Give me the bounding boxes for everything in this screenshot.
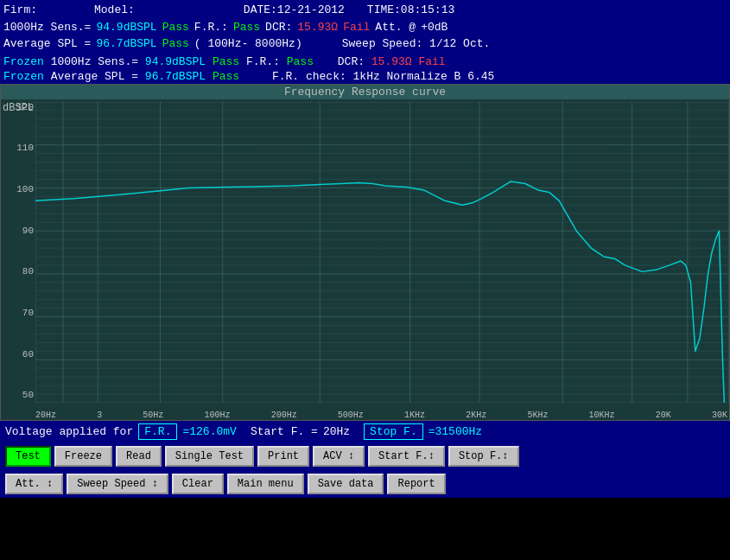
- header-section: Firm: Model: DATE:12-21-2012 TIME:08:15:…: [0, 0, 730, 54]
- fr-pass: Pass: [233, 19, 260, 36]
- start-f-label: Start F. =: [251, 425, 318, 438]
- single-test-button[interactable]: Single Test: [165, 446, 254, 467]
- att-button[interactable]: Att. ↕: [5, 474, 63, 494]
- firm-label: Firm:: [3, 2, 37, 19]
- frozen-row1: Frozen 1000Hz Sens.= 94.9dBSPL Pass F.R.…: [0, 54, 730, 69]
- test-button[interactable]: Test: [5, 446, 51, 467]
- x-axis-labels: 20Hz 3 50Hz 100Hz 200Hz 500Hz 1KHz 2KHz …: [35, 410, 727, 420]
- x-label-10khz: 10KHz: [589, 410, 615, 420]
- fr-box: F.R.: [138, 423, 177, 440]
- header-row2: 1000Hz Sens.= 94.9dBSPL Pass F.R.: Pass …: [3, 19, 727, 36]
- x-label-1khz: 1KHz: [404, 410, 425, 420]
- stop-f-button[interactable]: Stop F.↕: [448, 446, 519, 467]
- voltage-label: Voltage applied for: [5, 425, 133, 438]
- x-label-5khz: 5KHz: [527, 410, 548, 420]
- clear-button[interactable]: Clear: [172, 474, 224, 494]
- b-val: B 6.45: [454, 70, 495, 83]
- report-button[interactable]: Report: [387, 474, 445, 494]
- frozen-sens: 1000Hz Sens.=: [51, 55, 138, 68]
- sweep-speed-button[interactable]: Sweep Speed ↕: [67, 474, 168, 494]
- frozen-dcr-val: 15.93Ω: [371, 55, 412, 68]
- start-f-val: 20Hz: [323, 425, 350, 438]
- frozen-sens-val: 94.9dBSPL: [145, 55, 206, 68]
- save-data-button[interactable]: Save data: [308, 474, 384, 494]
- stop-f-val: =31500Hz: [428, 425, 482, 438]
- print-button[interactable]: Print: [257, 446, 309, 467]
- fr-val: =126.0mV: [182, 425, 236, 438]
- dcr-val: 15.93Ω: [297, 19, 338, 36]
- x-label-500hz: 500Hz: [338, 410, 364, 420]
- frozen-fr-pass: Pass: [287, 55, 314, 68]
- y-label-100: 100: [3, 184, 35, 194]
- acv-button[interactable]: ACV ↕: [313, 446, 365, 467]
- frozen-sens-pass: Pass: [213, 55, 239, 68]
- x-label-20hz: 20Hz: [35, 410, 56, 420]
- main-menu-button[interactable]: Main menu: [227, 474, 304, 494]
- header-row1: Firm: Model: DATE:12-21-2012 TIME:08:15:…: [3, 2, 727, 19]
- frozen-dcr-label: DCR:: [338, 55, 365, 68]
- freeze-button[interactable]: Freeze: [54, 446, 112, 467]
- model-label: Model:: [94, 2, 135, 19]
- dcr-fail: Fail: [343, 19, 370, 36]
- x-label-20k: 20K: [656, 410, 671, 420]
- att-label: Att. @: [375, 19, 416, 36]
- chart-area: Frequency Response curve dBSPL 120 110 1…: [0, 84, 730, 421]
- frozen-fr-label: F.R.:: [246, 55, 280, 68]
- fr-label: F.R.:: [194, 19, 228, 36]
- avg-val: 96.7dBSPL: [96, 35, 156, 53]
- y-label-70: 70: [3, 308, 35, 318]
- frozen-row2: Frozen Average SPL = 96.7dBSPL Pass F.R.…: [0, 69, 730, 84]
- x-label-30k: 30K: [712, 410, 727, 420]
- sweep-label: Sweep Speed: 1/12 Oct.: [342, 35, 491, 53]
- start-f-button[interactable]: Start F.↕: [368, 446, 445, 467]
- button-row-2: Att. ↕ Sweep Speed ↕ Clear Main menu Sav…: [0, 470, 730, 498]
- x-label-200hz: 200Hz: [271, 410, 297, 420]
- dcr-label: DCR:: [265, 19, 292, 36]
- y-label-110: 110: [3, 143, 35, 153]
- y-label-80: 80: [3, 266, 35, 277]
- voltage-row: Voltage applied for F.R. =126.0mV Start …: [0, 421, 730, 442]
- frozen-avg-pass: Pass: [213, 70, 239, 83]
- y-label-120: 120: [3, 102, 35, 112]
- stop-f-box: Stop F.: [364, 423, 423, 440]
- x-label-100hz: 100Hz: [205, 410, 231, 420]
- x-label-3: 3: [97, 410, 102, 420]
- frozen-dcr-fail: Fail: [418, 55, 445, 68]
- frozen2: Frozen: [3, 70, 44, 83]
- y-label-50: 50: [3, 390, 35, 400]
- avg-label: Average SPL =: [3, 35, 91, 53]
- att-val: +0dB: [421, 19, 448, 36]
- sens-val: 94.9dBSPL: [96, 19, 156, 36]
- y-label-60: 60: [3, 349, 35, 360]
- read-button[interactable]: Read: [116, 446, 162, 467]
- frequency-response-chart: [35, 102, 729, 403]
- y-label-90: 90: [3, 226, 35, 236]
- sens-pass: Pass: [162, 19, 189, 36]
- sens-label: 1000Hz Sens.=: [3, 19, 91, 36]
- frozen-avg-val: 96.7dBSPL: [145, 70, 206, 83]
- x-label-2khz: 2KHz: [466, 410, 486, 420]
- avg-pass: Pass: [162, 35, 189, 53]
- date-label: DATE:12-21-2012: [244, 2, 345, 19]
- chart-title: Frequency Response curve: [1, 85, 729, 99]
- frozen1: Frozen: [3, 55, 44, 68]
- header-row3: Average SPL = 96.7dBSPL Pass ( 100Hz- 80…: [3, 35, 727, 53]
- button-row-1: Test Freeze Read Single Test Print ACV ↕…: [0, 442, 730, 470]
- y-axis-labels: 120 110 100 90 80 70 60 50: [3, 102, 35, 401]
- range-label: ( 100Hz- 8000Hz): [194, 35, 302, 53]
- time-label: TIME:08:15:13: [367, 2, 454, 19]
- frozen-avg-label: Average SPL =: [51, 70, 138, 83]
- x-label-50hz: 50Hz: [143, 410, 163, 420]
- fr-check-label: F.R. check: 1kHz Normalize: [272, 70, 448, 83]
